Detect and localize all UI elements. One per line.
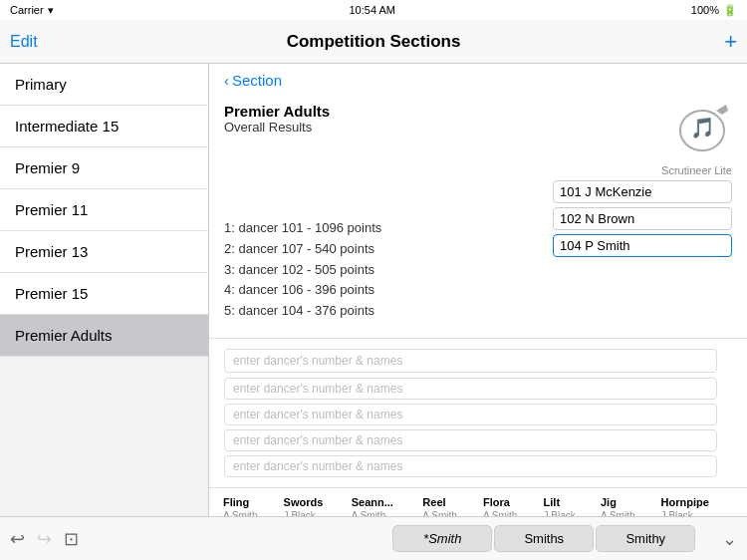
- content-top: Premier Adults Overall Results 🎵 Scrutin…: [209, 93, 747, 332]
- autocomplete-smith-italic[interactable]: *Smith: [392, 525, 492, 552]
- autocomplete-smithy[interactable]: Smithy: [596, 525, 695, 552]
- undo-button[interactable]: ↩: [10, 528, 25, 550]
- bottom-right: ⌄: [722, 528, 737, 550]
- col-reel-header: Reel: [418, 494, 479, 510]
- fling-judge: A Smith: [219, 510, 280, 516]
- redo-button[interactable]: ↪: [37, 528, 52, 550]
- col-fling-header: Fling: [219, 494, 280, 510]
- col-hornpipe-header: Hornpipe: [657, 494, 737, 510]
- reel-judge: A Smith: [418, 510, 479, 516]
- judges-header-row: Fling Swords Seann... Reel Flora Lilt Ji…: [219, 494, 737, 510]
- bottom-left: ↩ ↪ ⊡: [10, 528, 367, 550]
- judges-table-wrap: Fling Swords Seann... Reel Flora Lilt Ji…: [209, 494, 747, 516]
- dancer-input-4[interactable]: enter dancer's number & names: [224, 429, 717, 451]
- col-jig-header: Jig: [597, 494, 657, 510]
- status-left: Carrier ▾: [10, 4, 54, 17]
- back-chevron-icon: ‹: [224, 72, 229, 89]
- col-seann-header: Seann...: [348, 494, 419, 510]
- keyboard-dismiss-button[interactable]: ⌄: [722, 528, 737, 550]
- status-time: 10:54 AM: [54, 4, 691, 16]
- result-4: 4: dancer 106 - 396 points: [224, 280, 732, 301]
- battery-label: 100%: [691, 4, 719, 16]
- scrutineer-logo: 🎵: [672, 103, 732, 157]
- paste-button[interactable]: ⊡: [64, 528, 79, 550]
- scrutineer-area: 🎵 Scrutineer Lite: [553, 103, 732, 261]
- dancer-104-input[interactable]: [553, 234, 732, 257]
- status-right: 100% 🔋: [691, 4, 737, 17]
- carrier-label: Carrier: [10, 4, 44, 16]
- dancer-inputs: enter dancer's number & names enter danc…: [224, 349, 747, 477]
- edit-button[interactable]: Edit: [10, 33, 60, 51]
- autocomplete-buttons: *Smith Smiths Smithy: [367, 525, 723, 552]
- sidebar-item-premier-adults[interactable]: Premier Adults: [0, 315, 208, 357]
- bottom-toolbar: ↩ ↪ ⊡ *Smith Smiths Smithy ⌄: [0, 516, 747, 560]
- nav-bar: Edit Competition Sections +: [0, 20, 747, 64]
- page-title: Competition Sections: [60, 32, 687, 52]
- seann-judge: A Smith: [348, 510, 419, 516]
- battery-icon: 🔋: [723, 4, 737, 17]
- result-5: 5: dancer 104 - 376 points: [224, 301, 732, 322]
- dancer-102-input[interactable]: [553, 207, 732, 230]
- sidebar-item-premier15[interactable]: Premier 15: [0, 273, 208, 315]
- flora-judge: A Smith: [479, 510, 540, 516]
- sidebar-item-premier13[interactable]: Premier 13: [0, 231, 208, 273]
- status-bar: Carrier ▾ 10:54 AM 100% 🔋: [0, 0, 747, 20]
- svg-text:🎵: 🎵: [690, 116, 715, 140]
- section-nav: ‹ Section: [209, 64, 747, 93]
- dancer-input-2[interactable]: enter dancer's number & names: [224, 378, 717, 400]
- dancer-input-1[interactable]: enter dancer's number & names: [224, 349, 717, 373]
- dancer-input-3[interactable]: enter dancer's number & names: [224, 404, 717, 425]
- col-swords-header: Swords: [280, 494, 348, 510]
- divider-1: [209, 338, 747, 339]
- dancer-101-input[interactable]: [553, 180, 732, 203]
- main-layout: Primary Intermediate 15 Premier 9 Premie…: [0, 64, 747, 516]
- back-to-section-button[interactable]: ‹ Section: [224, 72, 282, 89]
- sidebar-item-primary[interactable]: Primary: [0, 64, 208, 106]
- sidebar-item-intermediate15[interactable]: Intermediate 15: [0, 106, 208, 147]
- col-flora-header: Flora: [479, 494, 540, 510]
- sidebar-item-premier9[interactable]: Premier 9: [0, 147, 208, 189]
- scrutineer-label: Scrutineer Lite: [553, 164, 732, 176]
- add-section-button[interactable]: +: [687, 29, 737, 55]
- divider-2: [209, 487, 747, 488]
- sidebar-item-premier11[interactable]: Premier 11: [0, 189, 208, 231]
- jig-judge: A Smith: [597, 510, 657, 516]
- sidebar: Primary Intermediate 15 Premier 9 Premie…: [0, 64, 209, 516]
- dancer-input-5[interactable]: enter dancer's number & names: [224, 455, 717, 477]
- hornpipe-judge: J Black: [657, 510, 737, 516]
- judges-table: Fling Swords Seann... Reel Flora Lilt Ji…: [219, 494, 737, 516]
- autocomplete-smiths[interactable]: Smiths: [494, 525, 594, 552]
- col-lilt-header: Lilt: [540, 494, 597, 510]
- lilt-judge: J Black: [540, 510, 597, 516]
- judges-name-row: A Smith J Black A Smith A Smith A Smith …: [219, 510, 737, 516]
- swords-judge: J Black: [280, 510, 348, 516]
- result-3: 3: dancer 102 - 505 points: [224, 260, 732, 281]
- content-area: ‹ Section Premier Adults Overall Results…: [209, 64, 747, 516]
